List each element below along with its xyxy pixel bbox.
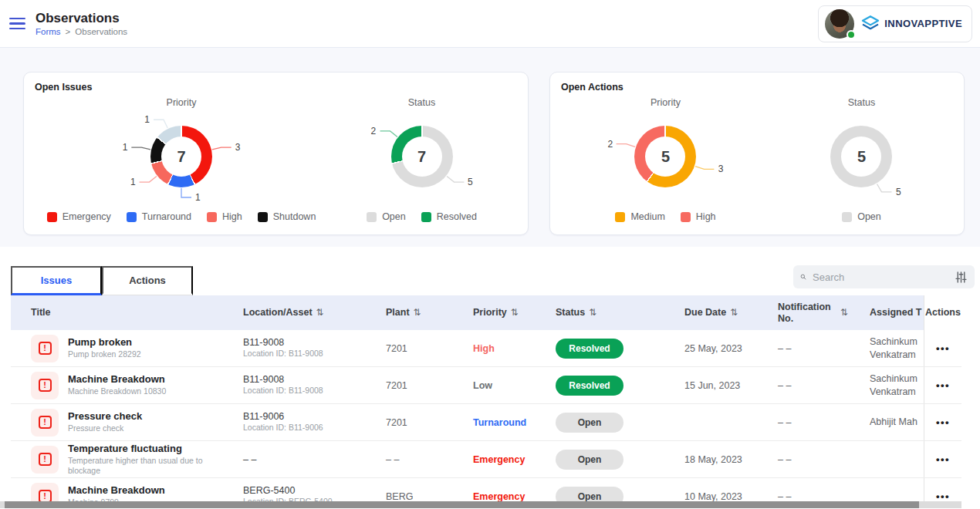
search-icon: [800, 271, 806, 283]
table-row: ! Machine Breakdown Machine 9799 BERG-54…: [11, 478, 961, 501]
table-row: ! Temperature fluctuating Temperature hi…: [11, 441, 961, 478]
legend-label: Shutdown: [273, 211, 316, 222]
breadcrumb: Forms > Observations: [35, 27, 127, 36]
issue-warning-icon: !: [31, 372, 59, 399]
column-header-status[interactable]: Status⇅: [536, 307, 667, 318]
location-id: Location ID: B11-9006: [243, 423, 323, 432]
column-label: Notification No.: [778, 302, 836, 324]
issue-subtitle: Temperature higher than usual due to blo…: [68, 456, 231, 476]
search-input[interactable]: [813, 271, 948, 283]
priority: Turnaround: [448, 417, 536, 428]
donut-chart: 7 31111: [108, 108, 255, 208]
donut-callout-value: 2: [607, 140, 613, 149]
issue-subtitle: Pressure check: [68, 423, 142, 433]
legend-item-shutdown: Shutdown: [258, 211, 316, 222]
horizontal-scrollbar[interactable]: [0, 501, 961, 508]
legend-label: Open: [382, 211, 406, 222]
donut-callout-value: 1: [195, 193, 201, 202]
location-asset: B11-9006: [243, 411, 367, 422]
online-status-dot: [847, 30, 856, 39]
donut-callout-value: 1: [144, 115, 150, 124]
sort-icon[interactable]: ⇅: [840, 308, 848, 319]
issue-title[interactable]: Machine Breakdown: [68, 484, 165, 496]
sort-icon[interactable]: ⇅: [511, 308, 519, 319]
issue-warning-icon: !: [31, 409, 59, 437]
open-actions-status-chart: Status 5 5: [770, 94, 953, 208]
plant: 7201: [367, 417, 448, 428]
donut-chart: 5 32: [592, 108, 738, 208]
donut-callout-lines: [349, 108, 495, 208]
column-label: Plant: [386, 307, 410, 318]
status-legend: OpenResolved: [328, 211, 515, 222]
row-actions-button[interactable]: •••: [936, 490, 950, 501]
sort-icon[interactable]: ⇅: [730, 308, 738, 319]
filter-tune-icon[interactable]: [955, 271, 968, 284]
legend-item-turnaround: Turnaround: [127, 211, 191, 222]
legend-swatch: [421, 212, 431, 222]
column-label: Assigned T: [870, 307, 921, 318]
issue-subtitle: Machine Breakdown 10830: [68, 386, 166, 396]
notification-no: – –: [764, 343, 853, 354]
location-asset: B11-9008: [243, 337, 367, 348]
donut-callout-value: 1: [123, 143, 128, 152]
legend-item-high: High: [207, 211, 242, 222]
issue-warning-icon: !: [31, 483, 59, 502]
table-row: ! Pump broken Pump broken 28292 B11-9008…: [11, 330, 961, 367]
column-header-location-asset[interactable]: Location/Asset⇅: [231, 307, 367, 318]
legend-item-open: Open: [367, 211, 406, 222]
issue-title[interactable]: Temperature fluctuating: [68, 443, 231, 454]
tabs: Issues Actions: [11, 266, 193, 295]
legend-swatch: [127, 212, 137, 222]
column-label: Due Date: [684, 307, 726, 318]
tab-issues[interactable]: Issues: [11, 266, 102, 295]
row-actions-button[interactable]: •••: [936, 342, 950, 354]
column-header-due-date[interactable]: Due Date⇅: [667, 307, 764, 318]
legend-swatch: [258, 212, 268, 222]
row-actions-button[interactable]: •••: [936, 416, 950, 428]
sort-icon[interactable]: ⇅: [414, 308, 421, 319]
plant: BERG: [367, 491, 448, 502]
hamburger-menu-icon[interactable]: [5, 11, 31, 37]
donut-callout-value: 2: [370, 126, 376, 136]
legend-label: Open: [857, 211, 881, 222]
status-badge: Open: [556, 413, 623, 433]
column-header-priority[interactable]: Priority⇅: [448, 307, 536, 318]
open-issues-status-chart: Status 7 52: [328, 94, 515, 208]
legend-label: High: [222, 211, 242, 222]
legend-label: Turnaround: [142, 211, 191, 222]
search-box: [793, 265, 975, 288]
observations-page: Observations Forms > Observations INNOVA…: [0, 0, 980, 509]
column-label: Location/Asset: [243, 307, 313, 318]
notification-no: – –: [764, 417, 853, 428]
issues-table: TitleLocation/Asset⇅Plant⇅Priority⇅Statu…: [11, 295, 961, 501]
horizontal-scrollbar-thumb[interactable]: [5, 501, 919, 508]
issue-title[interactable]: Pressure check: [68, 410, 142, 422]
notification-no: – –: [764, 380, 853, 391]
status-badge: Open: [556, 487, 623, 502]
due-date: 18 May, 2023: [667, 454, 764, 465]
donut-callout-value: 5: [468, 177, 473, 187]
issue-title[interactable]: Machine Breakdown: [68, 373, 166, 385]
tab-actions[interactable]: Actions: [102, 266, 193, 295]
legend-swatch: [842, 212, 852, 222]
row-actions-button[interactable]: •••: [936, 379, 950, 391]
open-actions-card: Open Actions Priority 5 32 Status 5: [549, 72, 965, 235]
column-header-actions: Actions: [924, 295, 961, 330]
sort-icon[interactable]: ⇅: [316, 308, 324, 319]
sort-icon[interactable]: ⇅: [589, 308, 596, 319]
legend-label: Emergency: [63, 211, 111, 222]
row-actions-button[interactable]: •••: [936, 453, 950, 465]
donut-callout-value: 3: [718, 164, 724, 174]
table-toolbar: Issues Actions: [0, 247, 980, 295]
donut-callout-lines: [108, 108, 255, 208]
legend-item-medium: Medium: [615, 211, 664, 222]
column-header-notification-no[interactable]: Notification No.⇅: [764, 302, 853, 324]
issue-title[interactable]: Pump broken: [68, 336, 141, 348]
column-header-plant[interactable]: Plant⇅: [367, 307, 448, 318]
donut-callout-lines: [592, 108, 738, 208]
chart-title: Status: [408, 97, 435, 108]
legend-label: Resolved: [437, 211, 477, 222]
table-header-row: TitleLocation/Asset⇅Plant⇅Priority⇅Statu…: [11, 295, 961, 330]
donut-callout-value: 1: [130, 177, 136, 187]
breadcrumb-forms-link[interactable]: Forms: [35, 27, 61, 36]
